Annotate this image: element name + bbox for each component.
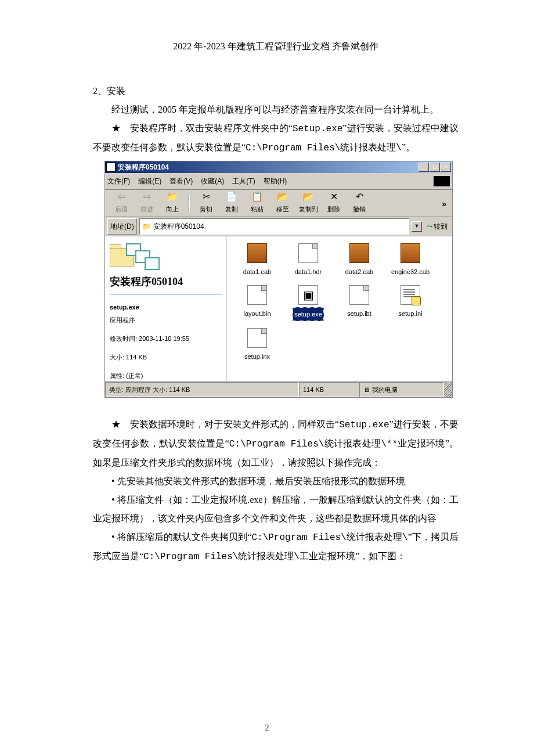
file-icon — [247, 285, 267, 305]
undo-button[interactable]: ↶撤销 — [347, 192, 372, 215]
forward-arrow-icon: ⇨ — [143, 192, 151, 201]
archive-icon — [400, 243, 420, 263]
menu-bar: 文件(F) 编辑(E) 查看(V) 收藏(A) 工具(T) 帮助(H) — [105, 173, 452, 190]
back-arrow-icon: ⇦ — [118, 192, 125, 201]
delete-button[interactable]: ✕删除 — [321, 192, 347, 215]
menu-help[interactable]: 帮助(H) — [264, 174, 287, 188]
archive-icon — [247, 243, 267, 263]
paragraph-2: ★ 安装程序时，双击安装程序文件夹中的“Setup.exe”进行安装，安装过程中… — [93, 119, 459, 157]
bullet-2: • 将压缩文件（如：工业定报环境.exe）解压缩，一般解压缩到默认的文件夹（如：… — [93, 491, 459, 528]
paste-icon: 📋 — [251, 192, 263, 201]
application-icon: ▣ — [298, 285, 318, 305]
file-item[interactable]: setup.ini — [385, 285, 436, 321]
status-location: 🖥我的电脑 — [359, 382, 444, 397]
forward-button[interactable]: ⇨前进 — [134, 192, 160, 215]
menu-edit[interactable]: 编辑(E) — [138, 174, 161, 188]
screenshot-window: 安装程序050104 _ □ × 文件(F) 编辑(E) 查看(V) 收藏(A)… — [104, 161, 453, 398]
close-button[interactable]: × — [441, 163, 451, 172]
windows-logo-icon — [434, 176, 450, 186]
file-item-selected[interactable]: ▣setup.exe — [283, 285, 334, 321]
paragraph-3: ★ 安装数据环境时，对于安装文件形式的，同样双击“Setup.exe”进行安装，… — [93, 415, 459, 472]
file-item[interactable]: data2.cab — [334, 243, 385, 278]
copy-button[interactable]: 📄复制 — [219, 192, 244, 215]
up-button[interactable]: 📁向上 — [160, 192, 185, 215]
section-title: 2、安装 — [93, 82, 459, 100]
file-size: 大小: 114 KB — [110, 351, 222, 363]
bullet-3: • 将解压缩后的默认文件夹拷贝到“C:\Program Files\统计报表处理… — [93, 528, 459, 566]
moveto-icon: 📂 — [277, 192, 288, 201]
status-bar: 类型: 应用程序 大小: 114 KB 114 KB 🖥我的电脑 — [105, 381, 452, 397]
selected-file-type: 应用程序 — [110, 316, 135, 323]
selected-file-name: setup.exe — [110, 304, 139, 311]
menu-file[interactable]: 文件(F) — [107, 174, 130, 188]
maximize-button[interactable]: □ — [430, 163, 440, 172]
file-item[interactable]: engine32.cab — [385, 243, 436, 278]
modified-time: 修改时间: 2003-11-10 19:55 — [110, 332, 222, 345]
address-label: 地址(D) — [107, 218, 137, 235]
moveto-button[interactable]: 📂移至 — [270, 192, 295, 215]
file-item[interactable]: layout.bin — [232, 285, 283, 321]
copyto-icon: 📂 — [302, 192, 314, 201]
copyto-button[interactable]: 📂复制到 — [295, 192, 321, 215]
file-attributes: 属性: (正常) — [110, 369, 222, 382]
folder-preview-icon — [110, 241, 222, 269]
cut-icon: ✂ — [203, 192, 210, 201]
up-folder-icon: 📁 — [167, 192, 178, 201]
paragraph-1: 经过测试，2005 年定报单机版程序可以与经济普查程序安装在同一台计算机上。 — [93, 100, 459, 119]
file-item[interactable]: setup.ibt — [334, 285, 385, 321]
resize-grip-icon[interactable] — [444, 382, 452, 397]
go-icon: ⤳ — [427, 219, 432, 233]
menu-view[interactable]: 查看(V) — [169, 174, 193, 188]
file-list: data1.cab data1.hdr data2.cab engine32.c… — [227, 236, 452, 381]
file-item[interactable]: data1.cab — [232, 243, 283, 278]
file-icon — [349, 285, 369, 305]
archive-icon — [349, 243, 369, 263]
address-input[interactable]: 📁 安装程序050104 — [139, 218, 409, 235]
toolbar-overflow-icon[interactable]: » — [442, 196, 449, 212]
status-text: 类型: 应用程序 大小: 114 KB — [105, 382, 299, 397]
address-dropdown-button[interactable]: ▼ — [412, 221, 422, 232]
minimize-button[interactable]: _ — [418, 163, 429, 172]
window-icon — [106, 163, 116, 172]
computer-icon: 🖥 — [363, 383, 370, 396]
paste-button[interactable]: 📋粘贴 — [244, 192, 270, 215]
address-bar: 地址(D) 📁 安装程序050104 ▼ ⤳转到 — [105, 217, 452, 236]
info-pane-title: 安装程序050104 — [110, 271, 222, 295]
menu-tools[interactable]: 工具(T) — [232, 174, 255, 188]
status-size: 114 KB — [299, 382, 359, 397]
go-button[interactable]: ⤳转到 — [424, 219, 450, 233]
undo-icon: ↶ — [356, 192, 363, 201]
back-button[interactable]: ⇦后退 — [109, 192, 134, 215]
page-number: 2 — [0, 723, 534, 733]
folder-icon: 📁 — [142, 219, 151, 233]
info-pane: 安装程序050104 setup.exe应用程序 修改时间: 2003-11-1… — [105, 236, 227, 381]
window-titlebar: 安装程序050104 _ □ × — [105, 161, 452, 173]
page-header: 2022 年-2023 年建筑工程管理行业文档 齐鲁斌创作 — [93, 41, 459, 53]
menu-favorites[interactable]: 收藏(A) — [201, 174, 224, 188]
copy-icon: 📄 — [226, 192, 237, 201]
ini-icon — [400, 285, 420, 305]
file-icon — [247, 328, 267, 348]
window-title: 安装程序050104 — [118, 160, 418, 174]
file-item[interactable]: data1.hdr — [283, 243, 334, 278]
address-value: 安装程序050104 — [153, 219, 204, 233]
bullet-1: • 先安装其他安装文件形式的数据环境，最后安装压缩报形式的数据环境 — [93, 472, 459, 491]
cut-button[interactable]: ✂剪切 — [193, 192, 219, 215]
file-icon — [298, 243, 318, 263]
delete-icon: ✕ — [330, 192, 338, 201]
file-item[interactable]: setup.inx — [232, 328, 283, 363]
toolbar: ⇦后退 ⇨前进 📁向上 ✂剪切 📄复制 📋粘贴 📂移至 📂复制到 ✕删除 ↶撤销… — [105, 190, 452, 217]
